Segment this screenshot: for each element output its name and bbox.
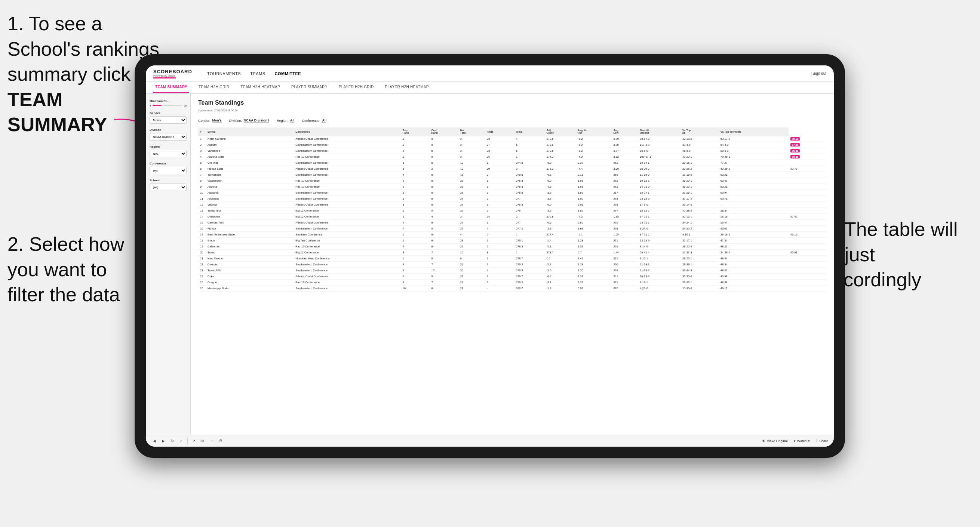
- table-cell-13: 48.54: [719, 262, 789, 268]
- table-cell-2: Pac-12 Conference: [294, 184, 401, 190]
- sidebar-conference-select[interactable]: (All): [150, 167, 186, 174]
- sign-out[interactable]: | Sign out: [811, 71, 826, 76]
- table-cell-9: 1.63: [576, 226, 611, 232]
- table-cell-0: 22: [198, 262, 206, 268]
- table-cell-11: 11-19-0: [638, 172, 681, 178]
- toolbar-more-icon[interactable]: ···: [208, 438, 215, 444]
- filter-gender-value[interactable]: Men's: [212, 119, 222, 123]
- nav-teams[interactable]: TEAMS: [250, 71, 265, 76]
- sub-nav-player-h2h-heatmap[interactable]: PLAYER H2H HEATMAP: [383, 82, 430, 93]
- table-cell-13: 47.34: [719, 238, 789, 244]
- toolbar-watch[interactable]: ♥ Watch ▾: [794, 439, 810, 443]
- table-cell-6: 2: [485, 172, 514, 178]
- sidebar-division-select[interactable]: NCAA Division I: [150, 133, 186, 141]
- toolbar-forward-icon[interactable]: ▶: [161, 438, 166, 444]
- table-cell-3: 1: [401, 256, 430, 262]
- table-cell-6: 27: [485, 142, 514, 148]
- table-cell-0: 3: [198, 148, 206, 154]
- filters-row: Gender: Men's Division: NCAA Division I …: [198, 119, 826, 123]
- tablet: SCOREBOARD Powered by clippd TOURNAMENTS…: [135, 54, 845, 458]
- table-cell-8: 278.7: [545, 250, 576, 256]
- table-cell-7: 276.3: [514, 178, 545, 184]
- sidebar-region-label: Region: [150, 145, 186, 148]
- table-cell-12: 29-25-0: [681, 244, 719, 250]
- table-cell-1: Illinois: [206, 238, 294, 244]
- table-cell-5: 27: [458, 208, 485, 214]
- table-cell-4: 4: [430, 214, 458, 220]
- toolbar-refresh-icon[interactable]: ↻: [169, 438, 175, 444]
- table-cell-7: 276.3: [514, 202, 545, 208]
- table-cell-8: -5.8: [545, 262, 576, 268]
- toolbar-watch-chevron: ▾: [808, 439, 810, 443]
- table-cell-4: 9: [430, 142, 458, 148]
- toolbar-back-icon[interactable]: ◀: [151, 438, 158, 444]
- table-cell-13: 60.21: [719, 172, 789, 178]
- table-cell-4: 9: [430, 226, 458, 232]
- sidebar-slider[interactable]: [153, 105, 182, 106]
- sidebar-region-select[interactable]: N/A: [150, 150, 186, 157]
- table-cell-11: 9-19-1: [638, 279, 681, 286]
- filter-division-value[interactable]: NCAA Division I: [244, 119, 269, 123]
- table-cell-4: 7: [430, 262, 458, 268]
- table-cell-4: 8: [430, 220, 458, 226]
- table-cell-10: 268: [611, 196, 638, 202]
- table-cell-1: Virginia: [206, 202, 294, 208]
- sub-nav-team-h2h-heatmap[interactable]: TEAM H2H HEATMAP: [239, 82, 282, 93]
- instruction-2-text3: filter the data: [8, 284, 120, 305]
- table-cell-5: 10: [458, 250, 485, 256]
- toolbar-copy-icon[interactable]: ⊕: [200, 438, 206, 444]
- logo-bar: [153, 77, 176, 78]
- table-cell-2: Southeastern Conference: [294, 286, 401, 292]
- toolbar-clock-icon[interactable]: ⏱: [218, 438, 224, 444]
- bottom-toolbar: ◀ ▶ ↻ ⌂ ↗ ⊕ ··· ⏱ 👁 View: Original ♥ Wat…: [146, 435, 834, 447]
- toolbar-view[interactable]: 👁 View: Original: [762, 439, 788, 443]
- table-cell-13: 63.49: [719, 178, 789, 184]
- top-nav: SCOREBOARD Powered by clippd TOURNAMENTS…: [146, 65, 834, 82]
- sub-nav-team-summary[interactable]: TEAM SUMMARY: [153, 82, 189, 93]
- table-row: 20TexasBig 12 Conference371081278.70.71.…: [198, 250, 826, 256]
- sub-nav-player-h2h-grid[interactable]: PLAYER H2H GRID: [337, 82, 376, 93]
- sidebar: Minimum Ro... 4 50 Gender Men's: [146, 94, 191, 435]
- table-cell-13: 29-18-2: [719, 232, 789, 238]
- table-cell-vs50: [789, 202, 826, 208]
- table-cell-8: 273.6: [545, 142, 576, 148]
- table-cell-12: 11-19-0: [681, 172, 719, 178]
- table-cell-6: 23: [485, 136, 514, 142]
- table-cell-vs50: [789, 220, 826, 226]
- sub-nav-team-h2h-grid[interactable]: TEAM H2H GRID: [197, 82, 231, 93]
- table-cell-12: 33-44-3: [681, 268, 719, 274]
- sub-nav-player-summary[interactable]: PLAYER SUMMARY: [290, 82, 329, 93]
- toolbar-share2-icon[interactable]: ↗: [191, 438, 197, 444]
- table-cell-3: 7: [401, 226, 430, 232]
- table-cell-7: 277: [514, 196, 545, 202]
- nav-tournaments[interactable]: TOURNAMENTS: [207, 71, 241, 76]
- toolbar-home-icon[interactable]: ⌂: [178, 438, 185, 444]
- toolbar-share[interactable]: ⤴ Share: [816, 439, 828, 443]
- table-cell-0: 18: [198, 238, 206, 244]
- col-avg-par: Avg. toPar: [576, 127, 611, 136]
- table-cell-11: 8-14-0: [638, 244, 681, 250]
- filter-region-value[interactable]: All: [290, 119, 294, 123]
- sidebar-gender-select[interactable]: Men's: [150, 116, 186, 124]
- table-cell-vs50: [789, 262, 826, 268]
- table-cell-5: 24: [458, 202, 485, 208]
- content-area: Team Standings Update time: 27/03/2024 1…: [191, 94, 834, 435]
- nav-committee[interactable]: COMMITTEE: [275, 71, 301, 76]
- table-cell-5: 4: [458, 232, 485, 238]
- filter-conference-value[interactable]: All: [322, 119, 326, 123]
- table-cell-13: 48.38: [719, 279, 789, 286]
- table-cell-7: 2: [514, 214, 545, 220]
- table-cell-5: 2: [458, 142, 485, 148]
- table-cell-0: 25: [198, 279, 206, 286]
- table-cell-2: Atlantic Coast Conference: [294, 220, 401, 226]
- table-cell-8: 277.4: [545, 232, 576, 238]
- table-cell-5: 23: [458, 190, 485, 196]
- sidebar-school-select[interactable]: (All): [150, 184, 186, 191]
- sidebar-gender-label: Gender: [150, 111, 186, 115]
- table-row: 7TennesseeSoutheastern Conference4818227…: [198, 172, 826, 178]
- table-cell-5: 2: [458, 148, 485, 154]
- table-cell-7: 276: [514, 208, 545, 214]
- table-cell-6: 1: [485, 160, 514, 166]
- slider-max: 50: [184, 104, 186, 107]
- table-cell-10: 269: [611, 268, 638, 274]
